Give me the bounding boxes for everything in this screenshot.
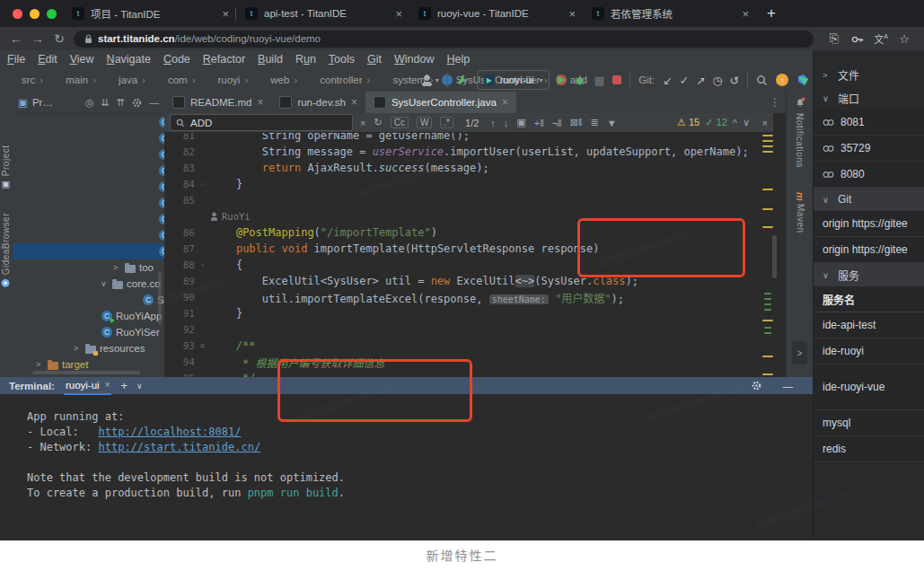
close-tab-icon[interactable]: × [351,96,357,109]
tree-row[interactable]: RuoYiApp [13,308,164,324]
coverage-button[interactable]: ▦ [594,74,604,87]
service-item[interactable]: ide-api-test [814,312,924,338]
git-remote-item[interactable]: origin https://gitee [814,237,924,263]
find-option-icon[interactable]: ↻ [374,117,382,128]
forward-button[interactable]: → [27,31,48,46]
browser-tab[interactable]: t ruoyi-vue - TitanIDE × [409,0,583,27]
breadcrumb-item[interactable]: controller [289,75,362,85]
terminal-token[interactable]: http://start.titanide.cn/ [98,441,260,453]
terminal-tab[interactable]: ruoyi-ui × [64,376,112,395]
translate-icon[interactable]: 文A [869,31,893,46]
run-button[interactable] [558,75,566,84]
close-tab-icon[interactable]: × [257,96,263,109]
locate-file-icon[interactable]: ◎ [85,97,94,109]
reload-button[interactable]: ↻ [48,31,70,46]
new-tab-button[interactable]: + [761,4,781,23]
browser-tab[interactable]: t 项目 - TitanIDE × [63,0,236,27]
editor-tab[interactable]: SysUserController.java × [365,92,516,113]
minimize-window-button[interactable] [30,9,40,19]
menu-item[interactable]: Git [367,53,382,66]
editor-tab-options-icon[interactable]: ⋮ [770,96,780,109]
close-find-bar-icon[interactable]: × [762,118,768,128]
tree-scrollbar[interactable] [158,271,162,325]
notifications-bell-icon[interactable] [795,97,805,108]
menu-item[interactable]: File [7,53,25,66]
new-terminal-button[interactable]: + [120,379,128,392]
find-option-icon[interactable]: ¬ǁ [552,118,562,128]
service-item[interactable]: ide-ruoyi [814,338,924,365]
terminal-settings-gear-icon[interactable] [752,381,761,391]
breadcrumb-item[interactable]: ruoyi [188,75,241,85]
tree-row[interactable]: S [13,195,164,211]
find-option-icon[interactable]: Cc [391,117,409,128]
update-available-icon[interactable]: ↑ [776,74,788,86]
breadcrumb-item[interactable]: src [7,75,35,85]
bookmark-star-icon[interactable]: ☆ [893,32,916,46]
tree-row[interactable]: > too [13,259,164,276]
breadcrumb-item[interactable]: web [240,75,289,85]
find-option-icon[interactable]: +ǁ [534,118,544,128]
git-action-icon[interactable]: ↙ [663,74,672,87]
tree-hscrollbar[interactable] [32,371,140,374]
find-option-icon[interactable]: ⊠ǁ [570,117,583,128]
tree-row[interactable]: RuoYiSer [13,324,164,340]
browser-tab[interactable]: t 若依管理系统 × [583,0,756,27]
search-input[interactable]: ADD [170,114,353,131]
breadcrumb-item[interactable]: main [35,75,88,85]
close-tab-icon[interactable]: × [222,7,229,21]
menu-item[interactable]: Run [295,53,316,66]
titanide-gem-icon[interactable] [796,74,809,86]
zoom-window-button[interactable] [47,9,57,19]
browser-tab[interactable]: t api-test - TitanIDE × [236,0,409,27]
search-everywhere-icon[interactable] [756,75,768,86]
service-item[interactable]: ide-ruoyi-vue [814,365,924,410]
git-action-icon[interactable]: ◷ [713,74,723,87]
tree-expand-arrow[interactable]: > [36,360,44,369]
tool-tab-maven[interactable]: m Maven [795,192,805,233]
password-key-icon[interactable] [846,32,869,46]
find-option-icon[interactable]: 1/2 [465,118,479,128]
menu-item[interactable]: Help [446,53,470,66]
tree-row[interactable]: S [13,227,164,243]
back-button[interactable]: ← [5,31,27,46]
terminal-dropdown-icon[interactable]: ∨ [136,382,143,391]
breadcrumb-item[interactable]: system [363,75,426,85]
section-services[interactable]: ∨ 服务 [814,263,924,286]
breadcrumb-item[interactable]: java [88,75,137,85]
debug-button[interactable] [574,75,585,86]
address-bar[interactable]: start.titanide.cn/ide/web/coding/ruoyi-v… [74,31,814,48]
git-action-icon[interactable]: ✓ [680,74,689,87]
find-option-icon[interactable]: .* [440,117,453,128]
tree-row[interactable]: S [13,146,164,163]
close-tab-icon[interactable]: × [395,7,402,21]
tree-row[interactable]: S [13,130,164,146]
hide-terminal-icon[interactable]: — [783,381,794,391]
strip-expand-button[interactable]: > [792,341,807,365]
project-panel-title[interactable]: ▣Pr… [18,96,53,109]
menu-item[interactable]: Build [258,53,283,66]
service-item[interactable]: redis [814,436,924,462]
tree-row[interactable]: S [13,163,164,179]
find-option-icon[interactable]: W [417,117,432,128]
run-configuration-select[interactable]: ▶ ruoyi-ui ▾ [477,70,550,90]
port-item[interactable]: 8081 [814,110,924,136]
tree-row[interactable]: Swa [13,292,164,308]
tree-row[interactable]: S [13,211,164,227]
tree-row[interactable]: ∨ core.co [13,276,164,292]
tree-row[interactable]: S [13,114,164,130]
next-problem-icon[interactable]: ∨ [743,117,750,128]
find-option-icon[interactable]: × [360,118,365,128]
menu-item[interactable]: Navigate [107,53,151,66]
inspections-widget[interactable]: ⚠ 15 ✓ 12 ^ ∨ [677,117,750,128]
tree-row[interactable]: > resources [13,340,164,356]
tool-tab-notifications[interactable]: Notifications [795,113,805,168]
find-option-icon[interactable]: ≣ [590,117,598,128]
save-page-icon[interactable]: ⎘ [823,31,846,46]
editor-tab[interactable]: run-dev.sh × [271,92,365,113]
terminal-token[interactable]: http://localhost:8081/ [98,426,241,438]
panel-options-gear-icon[interactable] [132,98,142,108]
tree-expand-arrow[interactable]: > [74,344,82,353]
port-item[interactable]: 8080 [814,162,924,188]
port-item[interactable]: 35729 [814,136,924,162]
tree-expand-arrow[interactable]: > [113,263,121,272]
